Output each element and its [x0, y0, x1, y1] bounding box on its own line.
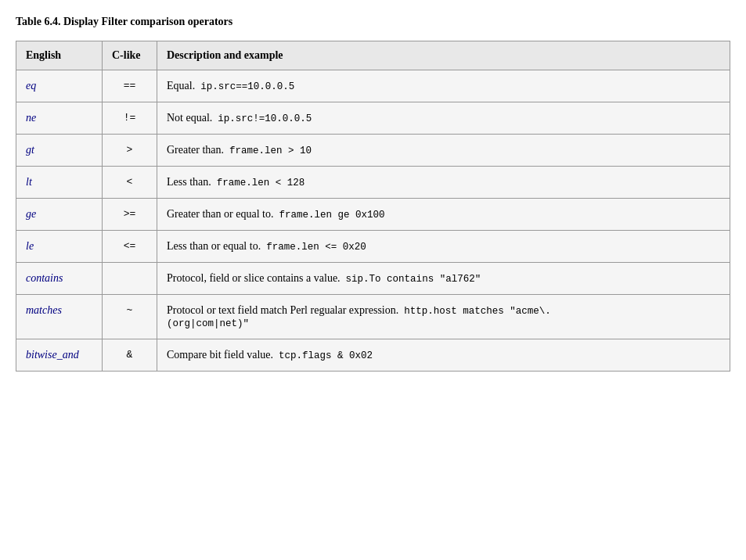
cell-desc-matches: Protocol or text field match Perl regual…	[157, 295, 730, 339]
cell-clike-lt: <	[103, 167, 157, 199]
table-row: matches ~ Protocol or text field match P…	[16, 295, 730, 339]
page-title: Table 6.4. Display Filter comparison ope…	[16, 16, 730, 28]
cell-clike-le: <=	[103, 231, 157, 263]
cell-english-lt: lt	[16, 167, 103, 199]
cell-english-bitwise: bitwise_and	[16, 339, 103, 372]
cell-clike-bitwise: &	[103, 339, 157, 372]
cell-clike-contains	[103, 263, 157, 295]
cell-clike-gt: >	[103, 135, 157, 167]
cell-english-le: le	[16, 231, 103, 263]
cell-desc-bitwise: Compare bit field value. tcp.flags & 0x0…	[157, 339, 730, 372]
cell-clike-ge: >=	[103, 199, 157, 231]
header-clike: C-like	[103, 41, 157, 70]
cell-desc-le: Less than or equal to. frame.len <= 0x20	[157, 231, 730, 263]
cell-desc-gt: Greater than. frame.len > 10	[157, 135, 730, 167]
table-row: lt < Less than. frame.len < 128	[16, 167, 730, 199]
header-description: Description and example	[157, 41, 730, 70]
cell-desc-ne: Not equal. ip.src!=10.0.0.5	[157, 102, 730, 135]
table-row: ge >= Greater than or equal to. frame.le…	[16, 199, 730, 231]
cell-english-eq: eq	[16, 70, 103, 102]
table-row: gt > Greater than. frame.len > 10	[16, 135, 730, 167]
comparison-operators-table: English C-like Description and example e…	[16, 41, 730, 372]
cell-clike-ne: !=	[103, 102, 157, 135]
table-header-row: English C-like Description and example	[16, 41, 730, 70]
table-row: bitwise_and & Compare bit field value. t…	[16, 339, 730, 372]
table-row: ne != Not equal. ip.src!=10.0.0.5	[16, 102, 730, 135]
cell-desc-ge: Greater than or equal to. frame.len ge 0…	[157, 199, 730, 231]
header-english: English	[16, 41, 103, 70]
cell-english-ne: ne	[16, 102, 103, 135]
cell-english-gt: gt	[16, 135, 103, 167]
cell-clike-matches: ~	[103, 295, 157, 339]
table-row: le <= Less than or equal to. frame.len <…	[16, 231, 730, 263]
cell-desc-eq: Equal. ip.src==10.0.0.5	[157, 70, 730, 102]
cell-english-ge: ge	[16, 199, 103, 231]
cell-desc-contains: Protocol, field or slice contains a valu…	[157, 263, 730, 295]
cell-clike-eq: ==	[103, 70, 157, 102]
cell-desc-lt: Less than. frame.len < 128	[157, 167, 730, 199]
cell-english-contains: contains	[16, 263, 103, 295]
cell-english-matches: matches	[16, 295, 103, 339]
table-row: contains Protocol, field or slice contai…	[16, 263, 730, 295]
table-row: eq == Equal. ip.src==10.0.0.5	[16, 70, 730, 102]
